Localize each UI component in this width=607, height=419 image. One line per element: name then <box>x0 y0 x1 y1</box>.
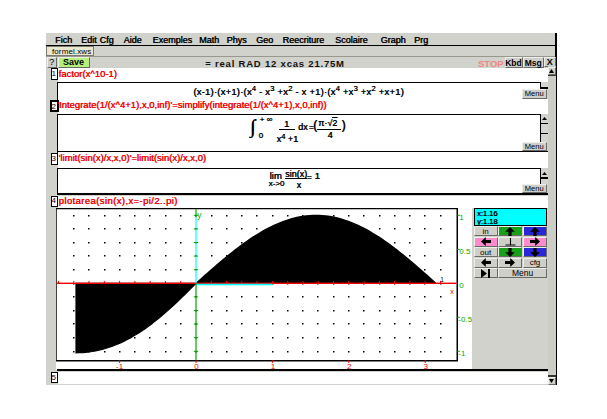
svg-text:-0.5: -0.5 <box>458 315 472 324</box>
svg-text:x: x <box>450 288 454 295</box>
svg-text:-1: -1 <box>458 349 466 358</box>
svg-text:0.5: 0.5 <box>459 247 471 256</box>
svg-text:1: 1 <box>440 276 444 283</box>
svg-text:0: 0 <box>459 281 464 290</box>
svg-text:1: 1 <box>459 213 464 222</box>
svg-text:y: y <box>197 210 202 220</box>
